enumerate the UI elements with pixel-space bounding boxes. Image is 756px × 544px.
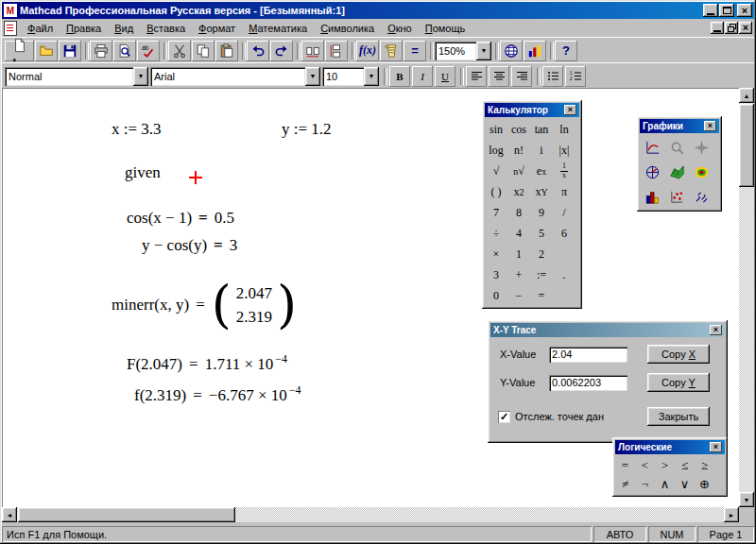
child-close-button[interactable]: × xyxy=(739,22,752,34)
boolean-button[interactable]: = xyxy=(615,456,635,475)
math-region-check2[interactable]: f(2.319)=−6.767 × 10−4 xyxy=(134,383,301,405)
calc-button[interactable]: i xyxy=(530,140,553,161)
math-region-given[interactable]: given xyxy=(125,163,161,182)
align-right-button[interactable] xyxy=(511,66,532,87)
scroll-left-icon[interactable]: ◄ xyxy=(2,507,17,522)
toolbar-print-button[interactable] xyxy=(90,41,112,61)
toolbar-align-down-button[interactable] xyxy=(325,41,348,61)
graph-3d-scatter-plot-button[interactable] xyxy=(664,184,689,209)
close-dialog-button[interactable]: Закрыть xyxy=(647,407,710,426)
numbered-list-button[interactable]: 12 xyxy=(565,66,586,87)
toolbar-print-preview-button[interactable] xyxy=(113,41,136,61)
graph-contour-plot-button[interactable] xyxy=(689,160,713,184)
calculator-close-icon[interactable]: × xyxy=(564,105,576,115)
boolean-button[interactable]: ¬ xyxy=(635,475,655,494)
graphs-close-icon[interactable]: × xyxy=(704,121,716,131)
track-checkbox[interactable]: ✓ xyxy=(498,411,510,423)
calc-button[interactable]: tan xyxy=(530,119,553,140)
boolean-button[interactable]: ≠ xyxy=(615,475,635,494)
toolbar-redo-button[interactable] xyxy=(270,41,293,61)
calc-button[interactable]: ÷ xyxy=(485,223,507,244)
boolean-button[interactable]: ≥ xyxy=(695,456,714,475)
calc-button[interactable]: 1x xyxy=(553,161,576,181)
font-combo-arrow-icon[interactable]: ▼ xyxy=(305,67,320,86)
graph-polar-plot-button[interactable] xyxy=(640,160,664,184)
calc-button[interactable]: 2 xyxy=(530,244,553,264)
y-value-field[interactable]: 0.0062203 xyxy=(549,375,627,391)
toolbar-help-button[interactable]: ? xyxy=(555,41,577,61)
minimize-button[interactable] xyxy=(703,4,718,17)
toolbar-calculate-button[interactable]: = xyxy=(404,41,426,61)
document-system-icon[interactable] xyxy=(4,21,17,36)
toolbar-save-button[interactable] xyxy=(59,41,81,61)
vertical-scrollbar[interactable]: ▲ ▼ xyxy=(739,88,754,507)
style-combo[interactable]: Normal ▼ xyxy=(5,67,148,86)
toolbar-new-button[interactable]: ▾ xyxy=(5,41,34,61)
graph-zoom-graph-button[interactable] xyxy=(664,135,689,160)
calc-button[interactable]: − xyxy=(507,285,530,306)
calc-button[interactable]: sin xyxy=(485,119,507,140)
italic-button[interactable]: I xyxy=(412,66,433,87)
font-combo[interactable]: Arial ▼ xyxy=(150,67,320,86)
menu-help[interactable]: Помощь xyxy=(419,21,472,36)
menu-format[interactable]: Формат xyxy=(192,21,242,36)
calc-button[interactable]: cos xyxy=(507,119,530,140)
calc-button[interactable]: / xyxy=(553,202,576,223)
calc-button[interactable]: n√ xyxy=(507,161,530,181)
toolbar-insert-component-button[interactable] xyxy=(524,41,546,61)
horizontal-scrollbar[interactable]: ◄ ► xyxy=(2,507,739,522)
horizontal-scroll-thumb[interactable] xyxy=(18,507,235,522)
copy-y-button[interactable]: Copy Y xyxy=(647,373,710,392)
calc-button[interactable]: ex xyxy=(530,161,553,181)
menu-file[interactable]: Файл xyxy=(21,21,60,36)
calc-button[interactable]: n! xyxy=(507,140,530,161)
zoom-combo-arrow-icon[interactable]: ▼ xyxy=(476,42,491,60)
menu-symbolics[interactable]: Символика xyxy=(314,21,381,36)
child-restore-button[interactable] xyxy=(725,22,738,34)
toolbar-cut-button[interactable] xyxy=(168,41,191,61)
xy-trace-close-icon[interactable]: × xyxy=(710,325,722,335)
calc-button[interactable]: log xyxy=(485,140,507,161)
calc-button[interactable]: × xyxy=(485,244,507,264)
align-center-button[interactable] xyxy=(489,66,509,87)
calc-button[interactable]: 6 xyxy=(553,223,576,244)
menu-insert[interactable]: Вставка xyxy=(140,21,192,36)
toolbar-open-button[interactable] xyxy=(35,41,58,61)
graph-vector-field-plot-button[interactable] xyxy=(689,184,713,209)
calc-button[interactable]: 9 xyxy=(530,202,553,223)
font-size-combo[interactable]: 10 ▼ xyxy=(322,67,379,86)
calc-button[interactable]: 3 xyxy=(485,264,507,285)
vertical-scroll-thumb[interactable] xyxy=(739,104,754,187)
boolean-palette-titlebar[interactable]: Логические × xyxy=(615,440,725,454)
font-size-combo-arrow-icon[interactable]: ▼ xyxy=(364,67,379,86)
calc-button[interactable]: 1 xyxy=(507,244,530,264)
calc-button[interactable]: 8 xyxy=(507,202,530,223)
boolean-button[interactable]: ∧ xyxy=(655,475,675,494)
graphs-palette-titlebar[interactable]: Графики × xyxy=(640,119,719,133)
calc-button[interactable]: + xyxy=(507,264,530,285)
graph-3d-bar-plot-button[interactable] xyxy=(640,184,664,209)
toolbar-align-across-button[interactable] xyxy=(301,41,324,61)
calc-button[interactable]: 7 xyxy=(485,202,507,223)
red-crosshair-cursor[interactable] xyxy=(189,171,202,184)
menu-view[interactable]: Вид xyxy=(108,21,140,36)
bullet-list-button[interactable] xyxy=(542,66,563,87)
align-left-button[interactable] xyxy=(466,66,487,87)
underline-button[interactable]: U xyxy=(435,66,455,87)
calc-button[interactable]: |x| xyxy=(553,140,576,161)
math-region-constraint1[interactable]: cos(x − 1)=0.5 xyxy=(127,209,234,228)
calc-button[interactable]: 4 xyxy=(507,223,530,244)
math-region-check1[interactable]: F(2.047)=1.711 × 10−4 xyxy=(127,352,287,374)
toolbar-insert-hyperlink-button[interactable] xyxy=(500,41,523,61)
scroll-down-icon[interactable]: ▼ xyxy=(739,492,754,507)
style-combo-arrow-icon[interactable]: ▼ xyxy=(133,67,148,86)
toolbar-undo-button[interactable] xyxy=(247,41,269,61)
calc-button[interactable]: ln xyxy=(553,119,576,140)
toolbar-copy-button[interactable] xyxy=(192,41,215,61)
xy-trace-titlebar[interactable]: X-Y Trace × xyxy=(490,323,725,337)
toolbar-spell-check-button[interactable]: ab xyxy=(137,41,160,61)
math-region-minerr[interactable]: minerr(x, y) = ( 2.047 2.319 ) xyxy=(112,279,297,332)
boolean-button[interactable]: < xyxy=(635,456,655,475)
menu-edit[interactable]: Правка xyxy=(60,21,108,36)
graph-trace-graph-button[interactable] xyxy=(689,135,713,160)
